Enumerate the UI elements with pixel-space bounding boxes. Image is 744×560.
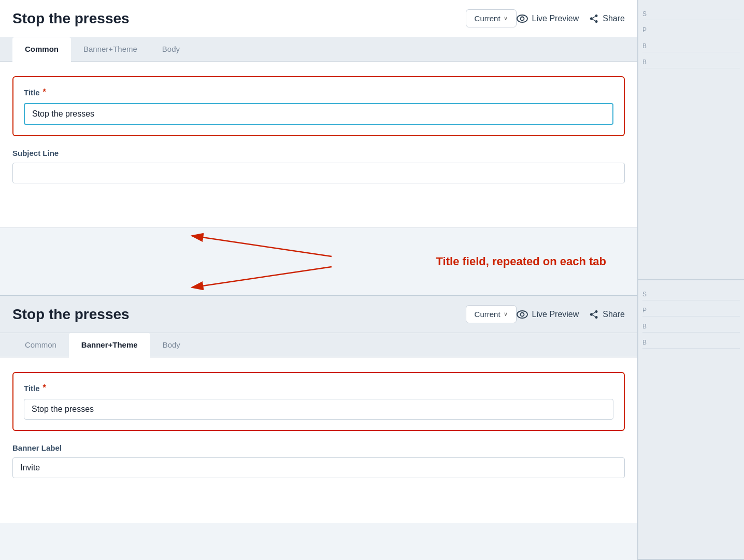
right-panel-top-section: S P B B xyxy=(638,0,744,280)
title-label-bottom: Title * xyxy=(24,383,613,393)
right-panel-row-b3: B xyxy=(642,321,740,333)
share-label-top: Share xyxy=(603,14,625,23)
header-bottom: Stop the presses Current ∨ Live Preview xyxy=(0,296,637,333)
version-dropdown-bottom[interactable]: Current ∨ xyxy=(466,305,517,323)
page-wrapper: S P B B S P B B Stop the presses Current… xyxy=(0,0,744,523)
live-preview-button-top[interactable]: Live Preview xyxy=(517,14,579,23)
tabs-bar-top: Common Banner+Theme Body xyxy=(0,37,637,62)
share-button-top[interactable]: Share xyxy=(589,14,625,23)
tab-banner-theme-bottom[interactable]: Banner+Theme xyxy=(69,333,150,357)
annotation-text: Title field, repeated on each tab xyxy=(436,255,606,268)
header-actions-top: Live Preview Share xyxy=(517,14,625,23)
banner-label-field-group: Banner Label xyxy=(12,443,625,478)
title-field-group-bottom: Title * xyxy=(12,372,625,431)
header-actions-bottom: Live Preview Share xyxy=(517,310,625,319)
title-required-bottom: * xyxy=(43,383,46,393)
share-icon-top xyxy=(589,14,598,23)
right-panel-row-s: S xyxy=(642,8,740,20)
svg-line-4 xyxy=(192,236,332,256)
header-top: Stop the presses Current ∨ Live Preview xyxy=(0,0,637,37)
right-panel-row-b4: B xyxy=(642,337,740,349)
subject-label-top: Subject Line xyxy=(12,149,625,157)
main-content: Stop the presses Current ∨ Live Preview xyxy=(0,0,637,523)
tab-common-bottom[interactable]: Common xyxy=(12,333,69,357)
title-field-group-top: Title * xyxy=(12,76,625,136)
right-panel-bottom-section: S P B B xyxy=(638,280,744,561)
subject-field-group-top: Subject Line xyxy=(12,149,625,183)
section-top: Stop the presses Current ∨ Live Preview xyxy=(0,0,637,228)
share-icon-bottom xyxy=(589,310,598,319)
live-preview-label-bottom: Live Preview xyxy=(532,310,579,319)
right-panels: S P B B S P B B xyxy=(637,0,744,560)
title-input-bottom[interactable] xyxy=(24,399,613,420)
eye-icon-bottom xyxy=(517,310,528,319)
page-title-bottom: Stop the presses xyxy=(12,306,455,323)
right-panel-row-p2: P xyxy=(642,305,740,317)
banner-label-label: Banner Label xyxy=(12,443,625,452)
svg-point-7 xyxy=(520,312,524,316)
svg-line-5 xyxy=(192,267,332,288)
right-panel-row-b1: B xyxy=(642,40,740,52)
svg-point-1 xyxy=(520,17,524,20)
tab-body-top[interactable]: Body xyxy=(150,37,192,61)
version-dropdown-top[interactable]: Current ∨ xyxy=(466,9,517,27)
page-title-top: Stop the presses xyxy=(12,10,455,27)
tab-common-top[interactable]: Common xyxy=(12,37,71,62)
banner-label-input[interactable] xyxy=(12,457,625,478)
right-panel-row-p: P xyxy=(642,24,740,36)
section-bottom: Stop the presses Current ∨ Live Preview xyxy=(0,295,637,523)
tab-body-bottom[interactable]: Body xyxy=(150,333,193,357)
svg-point-0 xyxy=(517,15,527,22)
subject-input-top[interactable] xyxy=(12,163,625,183)
annotation-area: Title field, repeated on each tab xyxy=(0,228,637,295)
right-panel-row-b2: B xyxy=(642,56,740,68)
live-preview-label-top: Live Preview xyxy=(532,14,579,23)
tabs-bar-bottom: Common Banner+Theme Body xyxy=(0,333,637,357)
live-preview-button-bottom[interactable]: Live Preview xyxy=(517,310,579,319)
chevron-down-icon-top: ∨ xyxy=(504,15,508,22)
title-label-top: Title * xyxy=(24,88,613,97)
eye-icon-top xyxy=(517,15,528,23)
title-input-top[interactable] xyxy=(24,103,613,125)
version-label-bottom: Current xyxy=(475,310,500,319)
share-label-bottom: Share xyxy=(603,310,625,319)
title-required-top: * xyxy=(43,88,46,97)
chevron-down-icon-bottom: ∨ xyxy=(504,311,508,318)
content-area-bottom: Title * Banner Label xyxy=(0,357,637,523)
content-area-top: Title * Subject Line xyxy=(0,62,637,227)
version-label-top: Current xyxy=(475,14,500,23)
tab-banner-theme-top[interactable]: Banner+Theme xyxy=(71,37,150,61)
right-panel-row-s2: S xyxy=(642,289,740,300)
svg-point-6 xyxy=(517,311,527,318)
share-button-bottom[interactable]: Share xyxy=(589,310,625,319)
